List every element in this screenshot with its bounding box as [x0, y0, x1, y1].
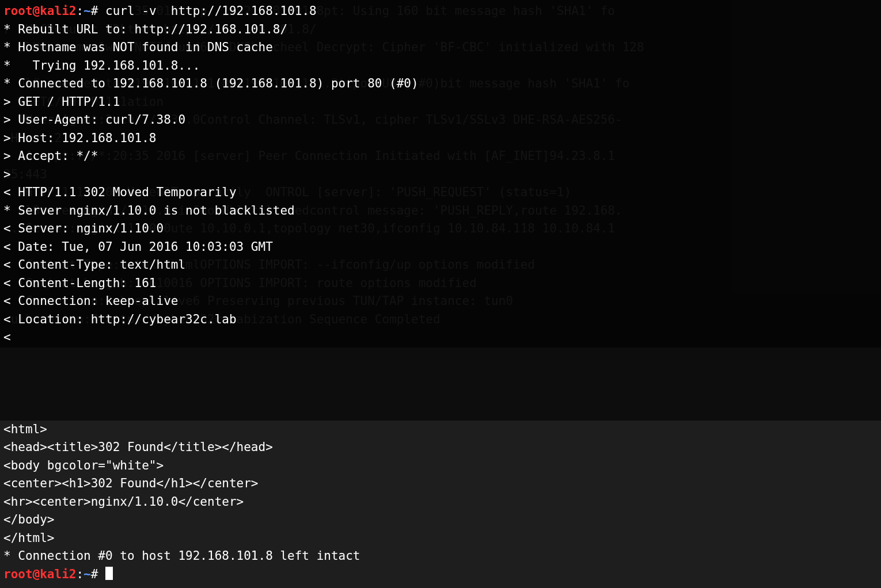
prompt-cwd: ~	[83, 567, 91, 581]
terminal-output-bottom: <html><head><title>302 Found</title></he…	[0, 421, 881, 589]
prompt-cwd: ~	[83, 4, 91, 18]
prompt-user: root@kali2	[3, 4, 76, 18]
prompt-user: root@kali2	[3, 567, 76, 581]
terminal-output: root@kali2:~# curl -v http://192.168.101…	[0, 0, 881, 349]
command-line: curl -v http://192.168.101.8	[98, 4, 316, 18]
terminal-cursor[interactable]	[105, 567, 113, 580]
terminal-window[interactable]: root@kali2:~# curl35v016http://192.168.1…	[0, 0, 881, 588]
